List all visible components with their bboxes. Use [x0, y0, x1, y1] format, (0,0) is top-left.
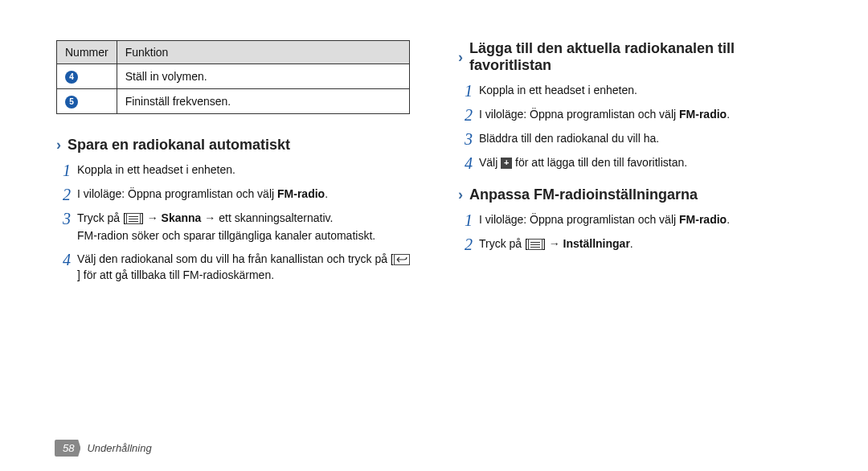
section-heading: › Spara en radiokanal automatiskt: [56, 137, 410, 154]
step-item: 2 I viloläge: Öppna programlistan och vä…: [458, 106, 812, 124]
steps-list: 1 Koppla in ett headset i enheten. 2 I v…: [56, 162, 410, 283]
two-column-layout: Nummer Funktion 4 Ställ in volymen. 5 Fi…: [56, 40, 812, 289]
step-text-part: I viloläge: Öppna programlistan och välj: [77, 187, 277, 200]
table-header-function: Funktion: [117, 41, 409, 64]
step-text: Tryck på [] → Inställningar.: [479, 236, 812, 252]
step-text-part: I viloläge: Öppna programlistan och välj: [479, 213, 679, 226]
step-text-part: .: [727, 108, 730, 121]
step-text-part: ] →: [542, 237, 563, 250]
page-footer: 58 Underhållning: [55, 440, 152, 457]
table-cell-desc: Ställ in volymen.: [117, 64, 409, 89]
step-item: 3 Bläddra till den radiokanal du vill ha…: [458, 130, 812, 148]
step-number: 3: [458, 130, 473, 148]
step-item: 1 Koppla in ett headset i enheten.: [458, 82, 812, 100]
circled-number-icon: 5: [65, 96, 78, 109]
section-heading: › Anpassa FM-radioinställningarna: [458, 186, 812, 203]
step-text-part: Välj: [479, 156, 501, 169]
step-text-part: ] för att gå tillbaka till FM-radioskärm…: [77, 268, 274, 281]
step-text-bold: FM-radio: [277, 187, 325, 200]
step-text-bold: FM-radio: [679, 108, 727, 121]
step-text-part: Välj den radiokanal som du vill ha från …: [77, 252, 394, 265]
document-page: Nummer Funktion 4 Ställ in volymen. 5 Fi…: [0, 0, 868, 471]
table-row: 5 Fininställ frekvensen.: [57, 89, 410, 114]
step-number: 1: [458, 211, 473, 229]
step-text-part: Tryck på [: [77, 211, 126, 224]
hamburger-lines: [129, 215, 138, 223]
step-subtext: FM-radion söker och sparar tillgängliga …: [77, 227, 410, 244]
step-text-part: I viloläge: Öppna programlistan och välj: [479, 108, 679, 121]
step-number: 4: [56, 251, 71, 268]
chevron-icon: ›: [56, 137, 61, 154]
page-number-badge: 58: [55, 440, 80, 457]
step-text-part: .: [727, 213, 730, 226]
step-number: 4: [458, 154, 473, 172]
chevron-icon: ›: [458, 49, 463, 66]
step-text-part: för att lägga till den till favoritlista…: [512, 156, 687, 169]
step-text: I viloläge: Öppna programlistan och välj…: [77, 186, 410, 202]
step-item: 2 Tryck på [] → Inställningar.: [458, 236, 812, 253]
function-table: Nummer Funktion 4 Ställ in volymen. 5 Fi…: [56, 40, 410, 114]
step-text: Välj + för att lägga till den till favor…: [479, 154, 812, 170]
step-text: Bläddra till den radiokanal du vill ha.: [479, 130, 812, 146]
back-icon: [394, 254, 410, 265]
step-text: Tryck på [] → Skanna → ett skanningsalte…: [77, 210, 410, 244]
step-item: 4 Välj + för att lägga till den till fav…: [458, 154, 812, 172]
step-item: 2 I viloläge: Öppna programlistan och vä…: [56, 186, 410, 203]
table-cell-number: 4: [57, 64, 117, 89]
step-text: I viloläge: Öppna programlistan och välj…: [479, 211, 812, 227]
step-text-part: → ett skanningsalternativ.: [201, 211, 333, 224]
hamburger-lines: [530, 240, 540, 249]
table-header-row: Nummer Funktion: [57, 41, 410, 64]
step-number: 3: [56, 210, 71, 227]
step-number: 1: [56, 162, 71, 179]
step-number: 2: [56, 186, 71, 203]
step-text-bold: Skanna: [162, 211, 202, 224]
step-text: Koppla in ett headset i enheten.: [479, 82, 812, 98]
section-heading: › Lägga till den aktuella radiokanalen t…: [458, 40, 812, 74]
footer-section-label: Underhållning: [87, 442, 151, 454]
steps-list: 1 Koppla in ett headset i enheten. 2 I v…: [458, 82, 812, 172]
step-text: I viloläge: Öppna programlistan och välj…: [479, 106, 812, 122]
step-text: Välj den radiokanal som du vill ha från …: [77, 251, 410, 284]
menu-icon: [126, 213, 141, 224]
step-item: 1 Koppla in ett headset i enheten.: [56, 162, 410, 179]
menu-icon: [528, 239, 542, 250]
step-number: 2: [458, 236, 473, 253]
table-header-number: Nummer: [57, 41, 117, 64]
step-text-part: .: [325, 187, 328, 200]
step-text-part: .: [630, 237, 633, 250]
step-item: 4 Välj den radiokanal som du vill ha frå…: [56, 251, 410, 284]
table-cell-desc: Fininställ frekvensen.: [117, 89, 409, 114]
section-title: Lägga till den aktuella radiokanalen til…: [469, 40, 812, 74]
table-row: 4 Ställ in volymen.: [57, 64, 410, 89]
section-title: Anpassa FM-radioinställningarna: [469, 186, 698, 203]
steps-list: 1 I viloläge: Öppna programlistan och vä…: [458, 211, 812, 253]
table-cell-number: 5: [57, 89, 117, 114]
circled-number-icon: 4: [65, 71, 78, 84]
left-column: Nummer Funktion 4 Ställ in volymen. 5 Fi…: [56, 40, 410, 289]
section-title: Spara en radiokanal automatiskt: [68, 137, 290, 154]
step-item: 3 Tryck på [] → Skanna → ett skanningsal…: [56, 210, 410, 244]
step-number: 1: [458, 82, 473, 100]
step-text-bold: FM-radio: [679, 213, 727, 226]
step-item: 1 I viloläge: Öppna programlistan och vä…: [458, 211, 812, 229]
step-text-bold: Inställningar: [563, 237, 630, 250]
chevron-icon: ›: [458, 186, 463, 203]
plus-icon: +: [501, 158, 512, 169]
right-column: › Lägga till den aktuella radiokanalen t…: [458, 40, 812, 289]
step-text-part: ] →: [141, 211, 162, 224]
step-number: 2: [458, 106, 473, 124]
step-text: Koppla in ett headset i enheten.: [77, 162, 410, 178]
step-text-part: Tryck på [: [479, 237, 528, 250]
